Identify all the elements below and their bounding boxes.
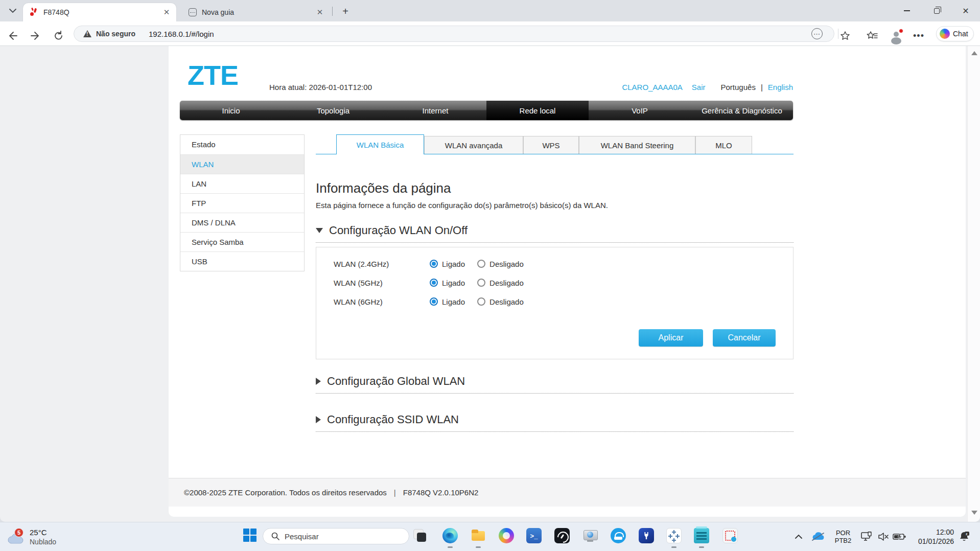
weather-temperature: 25°C (30, 528, 56, 537)
footer-copyright: ©2008-2025 ZTE Corporation. Todos os dir… (184, 488, 387, 497)
radio-6ghz-ligado[interactable] (430, 297, 438, 306)
url-text[interactable]: 192.168.0.1/#/login (149, 30, 214, 38)
browser-tab-inactive[interactable]: Nova guia ✕ (182, 5, 330, 20)
edge-taskbar-icon[interactable] (441, 527, 459, 544)
profile-avatar[interactable] (888, 28, 904, 44)
file-explorer-icon[interactable] (470, 527, 487, 544)
battery-charging-icon[interactable] (892, 522, 907, 551)
sidebar-item-estado[interactable]: Estado (180, 135, 304, 154)
page-viewport: ZTE Hora atual: 2026-01-01T12:00 CLARO_A… (0, 46, 980, 522)
window-minimize-button[interactable] (893, 0, 921, 21)
tab-wlan-basica[interactable]: WLAN Básica (336, 134, 424, 154)
nav-item-inicio[interactable]: Inicio (180, 101, 282, 120)
nav-item-topologia[interactable]: Topologia (282, 101, 384, 120)
page-title: Informações da página (316, 180, 451, 196)
profile-alert-dot (899, 29, 903, 33)
radio-24ghz-desligado[interactable] (477, 260, 485, 268)
section-global-wlan-header[interactable]: Configuração Global WLAN (316, 375, 794, 394)
footer-version: F8748Q V2.0.10P6N2 (403, 488, 479, 497)
powershell-icon[interactable]: >_ (525, 527, 543, 544)
copilot-taskbar-icon[interactable] (498, 527, 515, 544)
section-ssid-wlan-header[interactable]: Configuração SSID WLAN (316, 413, 794, 432)
site-permissions-icon[interactable]: ⋯ (811, 28, 823, 39)
apply-button[interactable]: Aplicar (639, 329, 703, 347)
nav-item-internet[interactable]: Internet (384, 101, 486, 120)
network-tray-icon[interactable] (859, 522, 874, 551)
browser-tab-active[interactable]: F8748Q ✕ (23, 3, 176, 21)
address-bar[interactable]: Não seguro 192.168.0.1/#/login ⋯ (74, 26, 834, 42)
language-portuguese[interactable]: Português (721, 83, 756, 91)
snipping-tool-icon[interactable] (721, 527, 739, 544)
sidebar-item-wlan[interactable]: WLAN (180, 154, 304, 174)
start-button[interactable] (243, 529, 258, 543)
onedrive-paused-icon[interactable] (810, 522, 826, 551)
svg-text:z: z (966, 532, 968, 536)
tray-clock[interactable]: 12:00 01/01/2026 (908, 522, 954, 551)
new-tab-page-icon (189, 8, 197, 16)
tab-close-icon[interactable]: ✕ (162, 8, 171, 17)
favorite-star-icon[interactable] (837, 28, 853, 44)
window-restore-button[interactable] (922, 0, 951, 21)
tray-chevron-up[interactable] (791, 522, 806, 551)
tab-mlo[interactable]: MLO (695, 136, 752, 154)
section-title: Configuração WLAN On/Off (329, 224, 468, 237)
radio-5ghz-ligado[interactable] (430, 279, 438, 287)
window-close-button[interactable]: ✕ (951, 0, 980, 21)
wlan-24ghz-label: WLAN (2.4GHz) (334, 260, 389, 268)
ssid-link[interactable]: CLARO_AAAA0A (622, 83, 682, 91)
section-wlan-onoff-header[interactable]: Configuração WLAN On/Off (316, 224, 794, 243)
favorites-list-icon[interactable] (864, 28, 880, 44)
forward-button[interactable] (28, 28, 44, 44)
browser-menu-icon[interactable]: ••• (911, 28, 927, 44)
radio-6ghz-desligado[interactable] (477, 297, 485, 306)
speedtest-icon[interactable] (553, 527, 571, 544)
tab-band-steering[interactable]: WLAN Band Steering (579, 136, 695, 154)
tray-language-switcher[interactable]: POR PTB2 (832, 522, 854, 551)
radio-5ghz-desligado[interactable] (477, 279, 485, 287)
scroll-down-icon[interactable] (971, 511, 977, 515)
nav-item-rede-local[interactable]: Rede local (486, 101, 589, 120)
tab-close-icon[interactable]: ✕ (315, 8, 324, 17)
router-page: ZTE Hora atual: 2026-01-01T12:00 CLARO_A… (169, 46, 966, 517)
tab-wlan-avancada[interactable]: WLAN avançada (424, 136, 523, 154)
radio-label-ligado: Ligado (442, 297, 465, 306)
language-code: POR (832, 529, 854, 537)
notepad-icon[interactable] (693, 527, 710, 544)
volume-muted-icon[interactable] (876, 522, 891, 551)
weather-widget[interactable]: 5 25°C Nublado (7, 524, 89, 549)
sidebar-item-ftp[interactable]: FTP (180, 193, 304, 213)
taskbar-search[interactable]: Pesquisar (263, 528, 409, 544)
radio-label-desligado: Desligado (489, 279, 524, 287)
task-view-button[interactable] (411, 527, 429, 544)
radio-label-ligado: Ligado (442, 260, 465, 268)
refresh-button[interactable] (51, 28, 67, 44)
nav-item-gerencia[interactable]: Gerência & Diagnóstico (691, 101, 793, 120)
tab-wps[interactable]: WPS (523, 136, 579, 154)
running-indicator (671, 546, 676, 548)
scroll-up-icon[interactable] (971, 51, 977, 55)
sidebar-item-usb[interactable]: USB (180, 251, 304, 271)
tableau-icon[interactable] (665, 527, 683, 544)
new-tab-button[interactable]: + (338, 5, 353, 18)
radio-24ghz-ligado[interactable] (430, 260, 438, 268)
tab-search-chevron-icon[interactable] (5, 4, 20, 17)
language-english[interactable]: English (768, 83, 793, 91)
zte-favicon-icon (30, 8, 38, 16)
browser-tabstrip: F8748Q ✕ Nova guia ✕ + ✕ (0, 0, 980, 21)
nav-item-voip[interactable]: VoIP (589, 101, 691, 120)
focus-assist-bell-icon[interactable]: z (956, 522, 972, 551)
cloud-icon: 5 (7, 529, 26, 544)
copilot-chat-button[interactable]: Chat (936, 26, 974, 41)
back-button[interactable] (4, 28, 20, 44)
cancel-button[interactable]: Cancelar (713, 329, 776, 347)
weather-alert-badge: 5 (14, 528, 24, 537)
logout-link[interactable]: Sair (692, 83, 706, 91)
router-app-icon[interactable] (610, 527, 627, 544)
page-scrollbar[interactable] (967, 46, 980, 522)
camera-monitor-icon[interactable] (581, 527, 599, 544)
sidebar-item-lan[interactable]: LAN (180, 174, 304, 193)
sidebar-item-dms-dlna[interactable]: DMS / DLNA (180, 213, 304, 232)
clock-time: 12:00 (908, 527, 954, 537)
sidebar-item-samba[interactable]: Serviço Samba (180, 232, 304, 251)
plugin-app-icon[interactable] (638, 527, 655, 544)
